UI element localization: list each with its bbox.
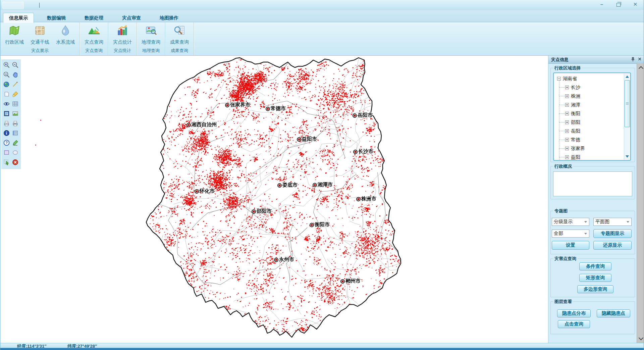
panel-close-icon[interactable]: ✕ [637,56,642,62]
city-name: 衡阳市 [315,221,330,227]
tree-node-city[interactable]: 张家界 [571,146,585,152]
scroll-up-icon[interactable] [639,66,643,71]
full-extent-icon[interactable] [2,80,10,88]
ribbon-button[interactable]: 行政区域 [2,23,27,47]
ribbon-group-caption: 地理查询 [137,47,165,55]
city-name: 怀化市 [200,188,215,194]
tree-expander-icon[interactable]: + [565,94,569,98]
map-canvas[interactable] [0,56,548,343]
image-view-icon[interactable] [11,109,19,117]
traffic-lines-icon [34,23,46,38]
eye-icon[interactable] [2,100,10,108]
tab-5[interactable]: 地图操作 [154,13,184,22]
ribbon-group: 灾点统计灾点统计 [108,22,137,55]
hide-hazard-button[interactable]: 隐藏隐患点 [597,309,630,317]
tree-expander-icon[interactable]: + [565,147,569,150]
zoom-in-icon[interactable] [2,61,10,69]
panel-title: 灾点信息 [551,57,569,63]
minimize-button[interactable]: – [598,1,605,8]
tree-expander-icon[interactable]: + [565,103,569,107]
city-marker-icon [266,107,270,111]
pin-icon[interactable] [631,57,635,62]
plane-map-dropdown[interactable]: 平面图 [593,218,632,226]
ribbon-button[interactable]: 水系流域 [53,23,78,47]
select-feature-icon[interactable] [2,158,10,166]
disaster-query-icon [88,23,100,38]
tree-expander-icon[interactable]: + [565,138,569,142]
tree-node-city[interactable]: 益阳 [571,154,580,160]
scroll-down-icon[interactable] [639,336,643,340]
ribbon-group-caption: 成果查询 [165,47,194,55]
tree-expander-icon[interactable]: + [565,120,569,124]
info-icon[interactable] [2,129,10,137]
tree-node-root[interactable]: 湖南省 [563,76,577,82]
tree-node-city[interactable]: 衡阳 [571,111,580,117]
delete-icon[interactable] [11,158,19,166]
tab-1[interactable]: 信息展示 [3,13,34,23]
restore-button[interactable] [615,1,622,8]
tab-2[interactable]: 数据编辑 [41,13,71,22]
city-label: 湘西自治州 [186,121,217,128]
polygon-query-button[interactable]: 多边形查询 [577,285,613,293]
print-icon[interactable] [2,119,10,127]
ribbon-button[interactable]: 交通干线 [27,23,53,47]
all-dropdown[interactable]: 全部 [552,230,589,238]
attribute-table-icon[interactable] [11,100,19,108]
tree-node-city[interactable]: 常德 [571,137,580,143]
close-button[interactable]: ✕ [632,1,639,8]
ribbon-button-label: 灾点统计 [113,39,132,45]
main-area: 张家界市常德市岳阳市湘西自治州益阳市长沙市娄底市湘潭市怀化市株洲市邵阳市衡阳市永… [0,56,644,343]
legend-window-icon[interactable] [2,109,10,117]
map-view[interactable]: 张家界市常德市岳阳市湘西自治州益阳市长沙市娄底市湘潭市怀化市株洲市邵阳市衡阳市永… [0,56,548,343]
ribbon-button[interactable]: 成果查询 [167,23,192,47]
pan-icon[interactable] [11,70,19,79]
ribbon-button[interactable]: 地理查询 [138,23,164,47]
city-name: 常德市 [271,105,286,111]
restore-display-button[interactable]: 还原显示 [593,241,632,250]
click-query-button[interactable]: 点击查询 [558,320,590,328]
quick-access-toolbar[interactable] [2,2,24,9]
rectangle-query-button[interactable]: 矩形查询 [579,274,611,282]
tree-node-city[interactable]: 岳阳 [571,128,580,134]
scroll-down-icon[interactable] [626,155,629,158]
zoom-out-icon[interactable] [11,61,19,69]
help-icon[interactable]: ? [2,139,10,147]
tab-4[interactable]: 灾点审查 [116,13,147,22]
tree-expander-icon[interactable]: + [565,129,569,133]
tree-node-city[interactable]: 邵阳 [571,119,580,126]
measure-line-icon[interactable] [11,80,19,88]
panel-scrollbar[interactable] [637,63,644,343]
tree-node-city[interactable]: 长沙 [571,85,580,91]
grade-display-dropdown[interactable]: 分级显示 [552,218,589,226]
brush-icon[interactable] [11,90,19,98]
region-overview-label: 行政概况 [553,163,573,169]
ribbon-button[interactable]: 灾点统计 [110,23,135,47]
scroll-up-icon[interactable] [626,76,629,78]
tree-node-city[interactable]: 株洲 [571,93,580,99]
tree-expander-icon[interactable]: + [565,86,569,89]
city-label: 永州市 [274,256,294,262]
sketch-icon[interactable] [11,139,19,147]
zoom-range-icon[interactable]: ± [2,70,10,79]
shape-page-icon[interactable] [2,90,10,98]
ellipse-select-icon[interactable] [11,148,19,156]
region-overview-textbox[interactable] [553,171,632,196]
ribbon-button[interactable]: 灾点查询 [81,23,107,47]
hazard-distribution-button[interactable]: 隐患点分布 [557,309,591,317]
print-color-icon[interactable] [11,119,19,127]
condition-query-button[interactable]: 条件查询 [579,262,611,270]
ribbon-group: 地理查询地理查询 [137,22,165,55]
settings-button[interactable]: 设置 [552,241,589,250]
panel-view-icon[interactable] [11,129,19,137]
region-tree: −湖南省+长沙+株洲+湘潭+衡阳+邵阳+岳阳+常德+张家界+益阳+郴州 [553,72,631,161]
tree-scrollbar-thumb[interactable] [625,80,630,127]
tree-node-city[interactable]: 湘潭 [571,102,580,108]
tree-expander-icon[interactable]: + [565,155,569,159]
layer-view-group [550,301,635,334]
tree-expander-icon[interactable]: + [565,112,569,115]
thematic-show-button[interactable]: 专题图显示 [593,229,632,238]
tree-scrollbar[interactable] [624,73,630,160]
city-label: 张家界市 [225,101,250,108]
rect-select-icon[interactable] [2,148,10,156]
tab-3[interactable]: 数据处理 [79,13,109,22]
